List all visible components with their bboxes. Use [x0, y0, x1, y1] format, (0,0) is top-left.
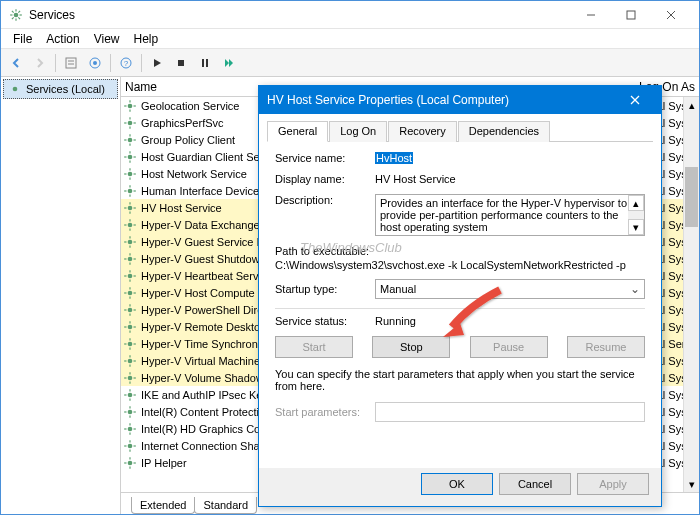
tree-root[interactable]: Services (Local) — [3, 79, 118, 99]
scroll-up-icon[interactable]: ▴ — [684, 97, 699, 113]
tab-dependencies[interactable]: Dependencies — [458, 121, 550, 142]
gear-icon — [123, 439, 137, 453]
pause-button: Pause — [470, 336, 548, 358]
svg-point-27 — [128, 103, 133, 108]
divider — [275, 308, 645, 309]
dialog-footer: OK Cancel Apply — [259, 468, 661, 506]
gear-icon — [123, 388, 137, 402]
gear-icon — [123, 116, 137, 130]
back-button[interactable] — [5, 52, 27, 74]
tab-general[interactable]: General — [267, 121, 328, 142]
gear-icon — [123, 99, 137, 113]
gear-icon — [8, 82, 22, 96]
stop-button[interactable] — [170, 52, 192, 74]
gear-icon — [123, 235, 137, 249]
tab-logon[interactable]: Log On — [329, 121, 387, 142]
tab-extended[interactable]: Extended — [131, 497, 195, 514]
service-name: Group Policy Client — [141, 134, 235, 146]
svg-line-7 — [12, 17, 14, 19]
properties-dialog: HV Host Service Properties (Local Comput… — [258, 85, 662, 507]
menu-file[interactable]: File — [7, 30, 38, 48]
scroll-down-icon[interactable]: ▾ — [684, 476, 699, 492]
svg-line-8 — [18, 10, 20, 12]
gear-icon — [123, 150, 137, 164]
startup-type-combo[interactable]: Manual — [375, 279, 645, 299]
menu-help[interactable]: Help — [128, 30, 165, 48]
svg-point-62 — [128, 222, 133, 227]
close-button[interactable] — [651, 2, 691, 28]
service-name: GraphicsPerfSvc — [141, 117, 224, 129]
description-box: Provides an interface for the Hyper-V hy… — [375, 194, 645, 236]
tree-pane: Services (Local) — [1, 77, 121, 514]
service-name: Geolocation Service — [141, 100, 239, 112]
svg-point-67 — [128, 239, 133, 244]
svg-point-0 — [14, 12, 19, 17]
play-button[interactable] — [146, 52, 168, 74]
dialog-tabs: General Log On Recovery Dependencies — [267, 120, 653, 142]
gear-icon — [123, 218, 137, 232]
dialog-content: Service name: HvHost Display name: HV Ho… — [267, 142, 653, 468]
svg-point-112 — [128, 392, 133, 397]
svg-marker-20 — [154, 59, 161, 67]
scroll-thumb[interactable] — [685, 167, 698, 227]
description-scrollbar[interactable]: ▴ ▾ — [628, 195, 644, 235]
restart-button[interactable] — [218, 52, 240, 74]
svg-rect-10 — [627, 11, 635, 19]
status-value: Running — [375, 315, 645, 327]
value-display-name: HV Host Service — [375, 173, 645, 185]
help-button[interactable]: ? — [115, 52, 137, 74]
dialog-body: General Log On Recovery Dependencies Ser… — [259, 114, 661, 468]
menu-view[interactable]: View — [88, 30, 126, 48]
export-button[interactable] — [84, 52, 106, 74]
menu-action[interactable]: Action — [40, 30, 85, 48]
ok-button[interactable]: OK — [421, 473, 493, 495]
svg-point-132 — [128, 460, 133, 465]
scroll-up-icon[interactable]: ▴ — [628, 195, 644, 211]
label-startup: Startup type: — [275, 283, 375, 295]
close-icon — [630, 95, 640, 105]
svg-line-5 — [12, 10, 14, 12]
svg-point-57 — [128, 205, 133, 210]
svg-text:?: ? — [124, 59, 129, 68]
stop-button[interactable]: Stop — [372, 336, 450, 358]
gear-icon — [123, 337, 137, 351]
tab-recovery[interactable]: Recovery — [388, 121, 456, 142]
scroll-down-icon[interactable]: ▾ — [628, 219, 644, 235]
path-text: C:\Windows\system32\svchost.exe -k Local… — [275, 259, 645, 271]
cancel-button[interactable]: Cancel — [499, 473, 571, 495]
gear-icon — [123, 252, 137, 266]
service-name: Hyper-V Heartbeat Service — [141, 270, 272, 282]
svg-point-26 — [13, 87, 18, 92]
forward-button[interactable] — [29, 52, 51, 74]
dialog-titlebar[interactable]: HV Host Service Properties (Local Comput… — [259, 86, 661, 114]
apply-button: Apply — [577, 473, 649, 495]
svg-point-107 — [128, 375, 133, 380]
gear-icon — [123, 184, 137, 198]
svg-marker-25 — [229, 59, 233, 67]
svg-point-77 — [128, 273, 133, 278]
properties-button[interactable] — [60, 52, 82, 74]
tab-standard[interactable]: Standard — [194, 497, 257, 514]
titlebar[interactable]: Services — [1, 1, 699, 29]
service-name: IP Helper — [141, 457, 187, 469]
pause-button[interactable] — [194, 52, 216, 74]
window-title: Services — [29, 8, 571, 22]
minimize-button[interactable] — [571, 2, 611, 28]
svg-point-32 — [128, 120, 133, 125]
maximize-button[interactable] — [611, 2, 651, 28]
note-text: You can specify the start parameters tha… — [275, 368, 645, 392]
gear-icon — [123, 405, 137, 419]
svg-marker-24 — [225, 59, 229, 67]
gear-icon — [123, 286, 137, 300]
resume-button: Resume — [567, 336, 645, 358]
svg-point-122 — [128, 426, 133, 431]
start-button: Start — [275, 336, 353, 358]
gear-icon — [123, 354, 137, 368]
scrollbar[interactable]: ▴ ▾ — [683, 97, 699, 492]
service-name: HV Host Service — [141, 202, 222, 214]
dialog-close-button[interactable] — [617, 87, 653, 113]
svg-point-42 — [128, 154, 133, 159]
gear-icon — [123, 422, 137, 436]
gear-icon — [123, 371, 137, 385]
svg-rect-21 — [178, 60, 184, 66]
